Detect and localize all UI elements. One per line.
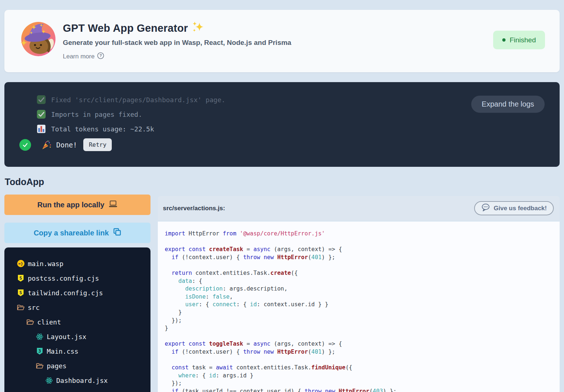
party-popper-icon xyxy=(41,140,52,150)
js-file-icon: S xyxy=(18,289,24,296)
code-line: export const createTask = async (args, c… xyxy=(165,246,560,254)
run-button-label: Run the app locally xyxy=(37,201,104,209)
code-line: } xyxy=(165,324,560,333)
file-name-label: src xyxy=(28,304,40,311)
tree-icon-wrap: S xyxy=(17,274,24,282)
file-tree-item-client[interactable]: client xyxy=(4,315,150,329)
bar-chart-emoji-icon xyxy=(37,124,46,134)
file-name-label: client xyxy=(37,318,61,326)
file-tree-item-layout-jsx[interactable]: Layout.jsx xyxy=(4,329,150,344)
check-emoji-icon xyxy=(37,109,46,119)
code-line: import HttpError from '@wasp/core/HttpEr… xyxy=(165,230,560,238)
log-line: Total tokens usage: ~22.5k xyxy=(4,122,560,136)
copy-icon xyxy=(113,228,121,238)
done-label: Done! xyxy=(56,141,77,149)
code-line xyxy=(165,238,560,246)
code-line: export const toggleTask = async (args, c… xyxy=(165,340,560,348)
success-check-circle-icon xyxy=(19,139,31,151)
code-line xyxy=(165,261,560,269)
give-feedback-button[interactable]: Give us feedback! xyxy=(474,201,554,215)
project-name: TodoApp xyxy=(5,177,44,187)
tree-icon-wrap: S xyxy=(17,289,24,297)
run-app-locally-button[interactable]: Run the app locally xyxy=(4,195,150,215)
expand-logs-button[interactable]: Expand the logs xyxy=(471,96,545,113)
left-column: Run the app locally Copy a shareable lin… xyxy=(4,195,150,392)
log-line-text: Total tokens usage: ~22.5k xyxy=(51,125,154,133)
status-badge: Finished xyxy=(493,31,545,49)
file-tree-item-login-jsx[interactable]: Login.jsx xyxy=(4,388,150,392)
file-tree-item-pages[interactable]: pages xyxy=(4,358,150,373)
file-name-label: Main.css xyxy=(47,347,79,355)
speech-bubble-icon xyxy=(481,203,490,214)
file-tree: =}main.waspSpostcss.config.cjsStailwind.… xyxy=(4,247,150,392)
learn-more-link[interactable]: Learn more ? xyxy=(63,52,104,61)
retry-button[interactable]: Retry xyxy=(83,138,112,151)
code-line xyxy=(165,356,560,364)
code-line: user: { connect: { id: context.user.id }… xyxy=(165,301,560,309)
code-line: } xyxy=(165,309,560,317)
code-line: }); xyxy=(165,380,560,388)
question-circle-icon: ? xyxy=(97,52,104,61)
code-line: if (task.userId !== context.user.id) { t… xyxy=(165,388,560,392)
file-tree-item-main-css[interactable]: 3Main.css xyxy=(4,344,150,358)
folder-open-icon xyxy=(36,362,43,369)
file-tree-item-dashboard-jsx[interactable]: Dashboard.jsx xyxy=(4,373,150,388)
file-name-label: pages xyxy=(47,362,66,370)
log-line-text: Imports in pages fixed. xyxy=(51,111,142,118)
done-row: Done! Retry xyxy=(4,138,560,151)
folder-open-icon xyxy=(17,304,24,311)
js-file-icon: S xyxy=(18,275,24,282)
svg-text:?: ? xyxy=(99,53,102,58)
sparkles-icon xyxy=(192,21,204,35)
tree-icon-wrap xyxy=(45,377,53,384)
file-name-label: main.wasp xyxy=(28,260,64,268)
tree-icon-wrap xyxy=(36,333,43,341)
code-line: return context.entities.Task.create({ xyxy=(165,269,560,277)
file-name-label: Dashboard.jsx xyxy=(56,377,108,384)
learn-more-label: Learn more xyxy=(63,53,95,60)
header-text: GPT Web App Generator Generate your full… xyxy=(63,21,291,61)
react-file-icon xyxy=(45,377,53,384)
feedback-button-label: Give us feedback! xyxy=(494,205,547,212)
wasp-file-icon: =} xyxy=(17,260,24,267)
code-line: where: { id: args.id } xyxy=(165,372,560,380)
code-line: if (!context.user) { throw new HttpError… xyxy=(165,348,560,356)
tree-icon-wrap xyxy=(36,362,43,370)
tree-icon-wrap xyxy=(26,318,34,326)
file-tree-item-src[interactable]: src xyxy=(4,300,150,315)
copy-button-label: Copy a shareable link xyxy=(34,229,109,237)
code-line: data: { xyxy=(165,277,560,285)
file-name-label: postcss.config.cjs xyxy=(28,274,99,282)
page-title: GPT Web App Generator xyxy=(63,21,291,35)
file-name-label: Layout.jsx xyxy=(47,333,86,341)
code-line: const task = await context.entities.Task… xyxy=(165,364,560,372)
tree-icon-wrap xyxy=(17,304,24,311)
page-subtitle: Generate your full-stack web app in Wasp… xyxy=(63,39,291,47)
react-file-icon xyxy=(36,333,43,341)
code-panel: src/server/actions.js: Give us feedback!… xyxy=(158,196,560,392)
css-file-icon: 3 xyxy=(37,348,43,355)
folder-open-icon xyxy=(26,319,34,326)
code-line: if (!context.user) { throw new HttpError… xyxy=(165,254,560,262)
generation-log-panel: Fixed 'src/client/pages/Dashboard.jsx' p… xyxy=(4,82,560,167)
page-title-text: GPT Web App Generator xyxy=(63,22,188,34)
file-tree-item-main-wasp[interactable]: =}main.wasp xyxy=(4,256,150,271)
file-tree-item-postcss-config-cjs[interactable]: Spostcss.config.cjs xyxy=(4,271,150,285)
status-label: Finished xyxy=(510,36,536,44)
file-name-label: tailwind.config.cjs xyxy=(28,289,103,297)
code-line xyxy=(165,333,560,341)
tree-icon-wrap: =} xyxy=(17,260,24,268)
code-block: import HttpError from '@wasp/core/HttpEr… xyxy=(158,222,560,392)
code-panel-header: src/server/actions.js: Give us feedback! xyxy=(158,196,560,220)
status-dot-icon xyxy=(502,38,506,42)
laptop-icon xyxy=(108,200,118,210)
log-line-text: Fixed 'src/client/pages/Dashboard.jsx' p… xyxy=(51,96,225,104)
copy-shareable-link-button[interactable]: Copy a shareable link xyxy=(4,223,150,243)
code-filename: src/server/actions.js: xyxy=(163,205,225,212)
code-line: isDone: false, xyxy=(165,293,560,301)
file-tree-item-tailwind-config-cjs[interactable]: Stailwind.config.cjs xyxy=(4,285,150,300)
header-card: GPT Web App Generator Generate your full… xyxy=(4,10,560,72)
code-line: }); xyxy=(165,317,560,325)
tree-icon-wrap: 3 xyxy=(36,347,43,355)
check-emoji-icon xyxy=(37,95,46,104)
